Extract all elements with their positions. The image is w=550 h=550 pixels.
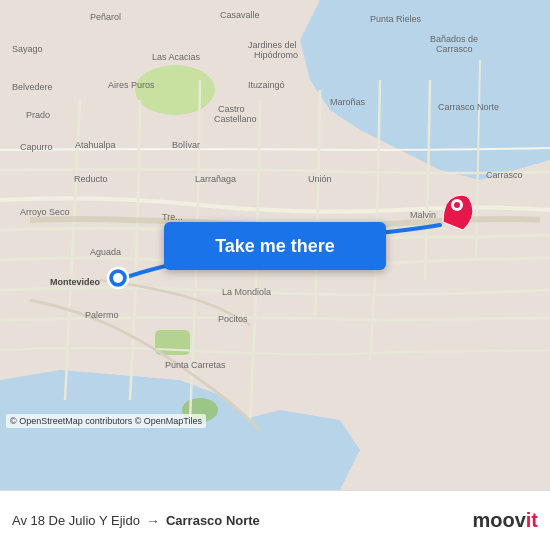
svg-text:Peñarol: Peñarol bbox=[90, 12, 121, 22]
svg-text:Pocitos: Pocitos bbox=[218, 314, 248, 324]
svg-text:Aguada: Aguada bbox=[90, 247, 121, 257]
svg-text:La Mondiola: La Mondiola bbox=[222, 287, 271, 297]
svg-text:Tre...: Tre... bbox=[162, 212, 183, 222]
svg-text:Bolívar: Bolívar bbox=[172, 140, 200, 150]
svg-text:Carrasco: Carrasco bbox=[436, 44, 473, 54]
route-info: Av 18 De Julio Y Ejido → Carrasco Norte bbox=[12, 513, 472, 529]
svg-text:Carrasco: Carrasco bbox=[486, 170, 523, 180]
svg-text:Las Acacias: Las Acacias bbox=[152, 52, 201, 62]
map-container: Peñarol Casavalle Punta Rieles Sayago La… bbox=[0, 0, 550, 490]
bottom-bar: Av 18 De Julio Y Ejido → Carrasco Norte … bbox=[0, 490, 550, 550]
svg-text:Carrasco Norte: Carrasco Norte bbox=[438, 102, 499, 112]
svg-text:Jardines del: Jardines del bbox=[248, 40, 297, 50]
svg-text:Montevideo: Montevideo bbox=[50, 277, 101, 287]
svg-text:Castro: Castro bbox=[218, 104, 245, 114]
svg-text:Malvin: Malvin bbox=[410, 210, 436, 220]
svg-point-1 bbox=[135, 65, 215, 115]
destination-label: Carrasco Norte bbox=[166, 513, 260, 528]
svg-text:Punta Carretas: Punta Carretas bbox=[165, 360, 226, 370]
moovit-logo: moovit bbox=[472, 509, 538, 532]
svg-text:Atahualpa: Atahualpa bbox=[75, 140, 116, 150]
take-me-there-button[interactable]: Take me there bbox=[164, 222, 386, 270]
svg-text:Sayago: Sayago bbox=[12, 44, 43, 54]
svg-point-41 bbox=[454, 202, 460, 208]
svg-text:Palermo: Palermo bbox=[85, 310, 119, 320]
svg-text:Larrañaga: Larrañaga bbox=[195, 174, 236, 184]
map-attribution: © OpenStreetMap contributors © OpenMapTi… bbox=[6, 414, 206, 428]
svg-text:Unión: Unión bbox=[308, 174, 332, 184]
svg-text:Casavalle: Casavalle bbox=[220, 10, 260, 20]
svg-text:Maroñas: Maroñas bbox=[330, 97, 366, 107]
svg-text:Hipódromo: Hipódromo bbox=[254, 50, 298, 60]
arrow-icon: → bbox=[146, 513, 160, 529]
svg-text:Castellano: Castellano bbox=[214, 114, 257, 124]
svg-point-39 bbox=[113, 273, 123, 283]
svg-text:Belvedere: Belvedere bbox=[12, 82, 53, 92]
svg-text:Bañados de: Bañados de bbox=[430, 34, 478, 44]
svg-text:Capurro: Capurro bbox=[20, 142, 53, 152]
svg-text:Ituzaingó: Ituzaingó bbox=[248, 80, 285, 90]
svg-text:Reducto: Reducto bbox=[74, 174, 108, 184]
moovit-logo-text: moovit bbox=[472, 509, 538, 532]
svg-text:Arroyo Seco: Arroyo Seco bbox=[20, 207, 70, 217]
svg-text:Prado: Prado bbox=[26, 110, 50, 120]
origin-label: Av 18 De Julio Y Ejido bbox=[12, 513, 140, 528]
svg-text:Punta Rieles: Punta Rieles bbox=[370, 14, 422, 24]
svg-text:Aires Puros: Aires Puros bbox=[108, 80, 155, 90]
